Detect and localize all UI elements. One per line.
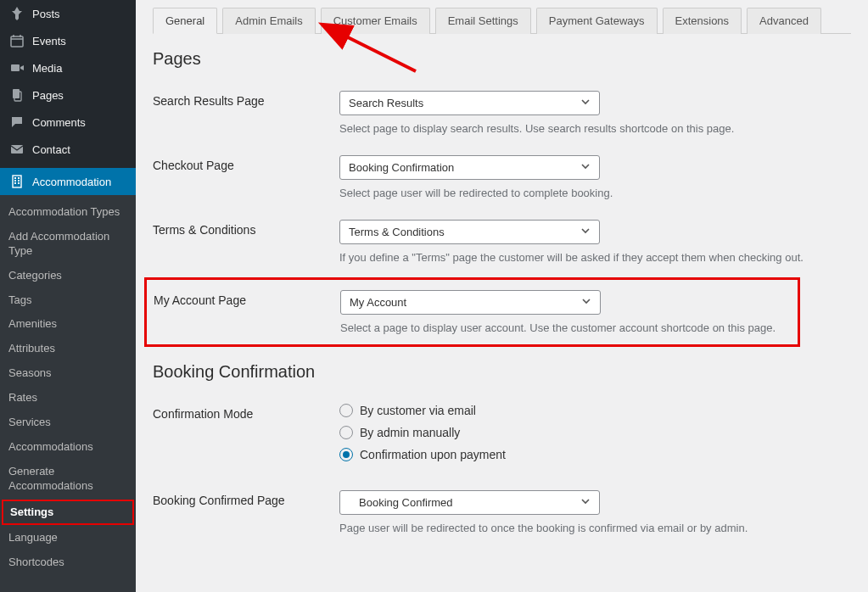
radio-dot-icon bbox=[339, 448, 353, 461]
radio-label: Confirmation upon payment bbox=[360, 448, 506, 461]
select-value: My Account bbox=[350, 296, 406, 309]
sidebar-label: Events bbox=[32, 35, 66, 47]
submenu-item-add-accommodation-type[interactable]: Add Accommodation Type bbox=[0, 225, 136, 264]
mail-icon bbox=[8, 142, 25, 156]
annotation-highlight-box: My Account Page My Account Select a page… bbox=[144, 277, 800, 347]
submenu-item-categories[interactable]: Categories bbox=[0, 264, 136, 288]
chevron-down-icon bbox=[580, 97, 591, 109]
submenu-item-shortcodes[interactable]: Shortcodes bbox=[0, 550, 136, 575]
settings-content: General Admin Emails Customer Emails Ema… bbox=[136, 0, 868, 592]
pages-icon bbox=[8, 88, 25, 102]
submenu-item-accommodations[interactable]: Accommodations bbox=[0, 435, 136, 460]
select-search-results-page[interactable]: Search Results bbox=[339, 91, 600, 115]
label-confirmation-mode: Confirmation Mode bbox=[153, 404, 339, 470]
chevron-down-icon bbox=[580, 226, 591, 238]
radio-label: By customer via email bbox=[360, 404, 476, 417]
row-booking-confirmed-page: Booking Confirmed Page Booking Confirmed… bbox=[153, 480, 851, 545]
radio-label: By admin manually bbox=[360, 426, 460, 439]
select-value: Terms & Conditions bbox=[349, 226, 445, 238]
select-value: Booking Confirmation bbox=[349, 161, 454, 174]
sidebar-item-posts[interactable]: Posts bbox=[0, 0, 136, 27]
submenu-item-seasons[interactable]: Seasons bbox=[0, 361, 136, 386]
sidebar-label: Media bbox=[32, 62, 62, 75]
select-terms-page[interactable]: Terms & Conditions bbox=[339, 220, 600, 244]
tab-customer-emails[interactable]: Customer Emails bbox=[321, 8, 430, 34]
radio-dot-icon bbox=[339, 404, 353, 417]
help-search-results: Select page to display search results. U… bbox=[339, 122, 851, 135]
sidebar-item-contact[interactable]: Contact bbox=[0, 136, 136, 163]
label-checkout: Checkout Page bbox=[153, 155, 339, 199]
select-value: Booking Confirmed bbox=[349, 496, 453, 509]
tab-admin-emails[interactable]: Admin Emails bbox=[222, 8, 315, 34]
sidebar-label: Comments bbox=[32, 116, 86, 129]
svg-rect-8 bbox=[14, 180, 16, 182]
chevron-down-icon bbox=[580, 161, 591, 174]
submenu-item-attributes[interactable]: Attributes bbox=[0, 337, 136, 361]
select-checkout-page[interactable]: Booking Confirmation bbox=[339, 155, 600, 180]
row-search-results-page: Search Results Page Search Results Selec… bbox=[153, 81, 851, 145]
row-terms: Terms & Conditions Terms & Conditions If… bbox=[153, 209, 851, 274]
sidebar-item-events[interactable]: Events bbox=[0, 27, 136, 54]
media-icon bbox=[8, 61, 25, 75]
svg-rect-1 bbox=[11, 64, 20, 71]
section-title-pages: Pages bbox=[153, 49, 851, 69]
submenu-item-settings[interactable]: Settings bbox=[2, 500, 134, 526]
select-value: Search Results bbox=[349, 97, 423, 109]
svg-rect-2 bbox=[13, 89, 20, 98]
sidebar-item-pages[interactable]: Pages bbox=[0, 81, 136, 109]
tab-email-settings[interactable]: Email Settings bbox=[435, 8, 531, 34]
help-my-account: Select a page to display user account. U… bbox=[340, 321, 791, 334]
sidebar-label: Pages bbox=[32, 89, 64, 102]
label-terms: Terms & Conditions bbox=[153, 220, 339, 264]
tab-general[interactable]: General bbox=[153, 8, 217, 34]
radio-admin-manual[interactable]: By admin manually bbox=[339, 426, 851, 439]
tab-extensions[interactable]: Extensions bbox=[663, 8, 742, 34]
submenu-item-accommodation-types[interactable]: Accommodation Types bbox=[0, 200, 136, 225]
sidebar-label: Posts bbox=[32, 8, 60, 20]
submenu-item-tags[interactable]: Tags bbox=[0, 288, 136, 313]
svg-rect-9 bbox=[18, 180, 20, 182]
svg-rect-7 bbox=[18, 177, 20, 179]
submenu-item-rates[interactable]: Rates bbox=[0, 386, 136, 410]
section-title-booking-confirmation: Booking Confirmation bbox=[153, 362, 851, 382]
accommodation-submenu: Accommodation Types Add Accommodation Ty… bbox=[0, 195, 136, 592]
help-terms: If you define a "Terms" page the custome… bbox=[339, 251, 851, 264]
submenu-item-generate-accommodations[interactable]: Generate Accommodations bbox=[0, 460, 136, 499]
admin-sidebar: Posts Events Media Pages Comments bbox=[0, 0, 136, 592]
tab-advanced[interactable]: Advanced bbox=[747, 8, 821, 34]
chevron-down-icon bbox=[580, 496, 591, 509]
svg-rect-4 bbox=[11, 145, 23, 154]
row-confirmation-mode: Confirmation Mode By customer via email … bbox=[153, 394, 851, 480]
settings-tabs: General Admin Emails Customer Emails Ema… bbox=[153, 7, 851, 34]
help-booking-confirmed: Page user will be redirected to once the… bbox=[339, 522, 851, 534]
help-checkout: Select page user will be redirected to c… bbox=[339, 187, 851, 199]
label-booking-confirmed: Booking Confirmed Page bbox=[153, 490, 339, 534]
calendar-icon bbox=[8, 34, 25, 47]
svg-rect-5 bbox=[13, 176, 21, 187]
tab-payment-gateways[interactable]: Payment Gateways bbox=[536, 8, 658, 34]
select-booking-confirmed-page[interactable]: Booking Confirmed bbox=[339, 490, 600, 515]
sidebar-item-comments[interactable]: Comments bbox=[0, 109, 136, 136]
label-my-account: My Account Page bbox=[154, 290, 340, 334]
svg-rect-0 bbox=[11, 36, 23, 47]
radio-upon-payment[interactable]: Confirmation upon payment bbox=[339, 448, 851, 461]
svg-rect-11 bbox=[18, 182, 20, 184]
radio-customer-email[interactable]: By customer via email bbox=[339, 404, 851, 417]
chevron-down-icon bbox=[581, 296, 591, 309]
sidebar-item-accommodation[interactable]: Accommodation bbox=[0, 168, 136, 195]
svg-rect-6 bbox=[14, 177, 16, 179]
label-search-results: Search Results Page bbox=[153, 91, 339, 135]
comment-icon bbox=[8, 115, 25, 129]
sidebar-label: Contact bbox=[32, 143, 70, 156]
building-icon bbox=[8, 175, 25, 188]
row-checkout-page: Checkout Page Booking Confirmation Selec… bbox=[153, 145, 851, 209]
submenu-item-services[interactable]: Services bbox=[0, 410, 136, 435]
select-my-account-page[interactable]: My Account bbox=[340, 290, 601, 315]
svg-rect-10 bbox=[14, 182, 16, 184]
submenu-item-language[interactable]: Language bbox=[0, 526, 136, 550]
sidebar-item-media[interactable]: Media bbox=[0, 54, 136, 81]
submenu-item-amenities[interactable]: Amenities bbox=[0, 312, 136, 337]
row-my-account-page: My Account Page My Account Select a page… bbox=[154, 290, 791, 334]
sidebar-label: Accommodation bbox=[32, 176, 111, 188]
radio-dot-icon bbox=[339, 426, 353, 439]
